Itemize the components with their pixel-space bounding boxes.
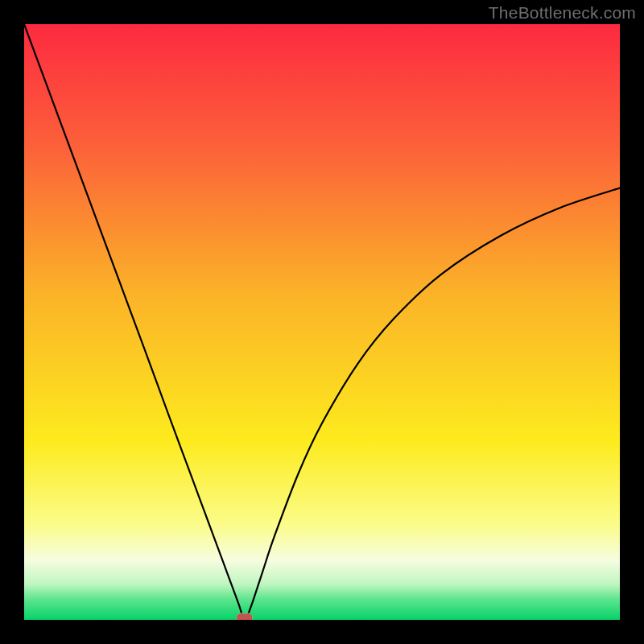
gradient-background [24, 24, 620, 620]
chart-frame: TheBottleneck.com [0, 0, 644, 644]
plot-area [24, 24, 620, 620]
optimal-point-marker [237, 613, 253, 620]
chart-svg [24, 24, 620, 620]
watermark-text: TheBottleneck.com [489, 3, 636, 23]
